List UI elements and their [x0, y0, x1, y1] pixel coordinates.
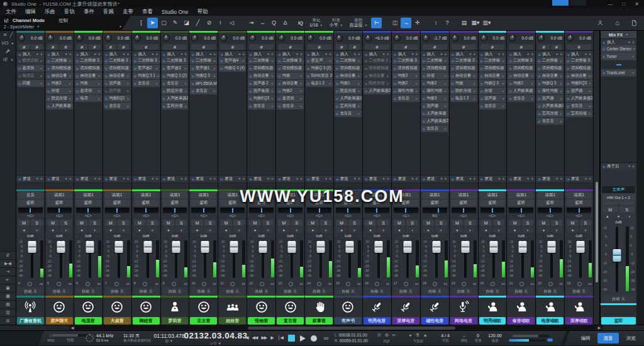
meter-mode-icon[interactable]: ∧∧ [559, 282, 562, 286]
fader-gain-value[interactable]: 0dB [74, 233, 103, 239]
inserts-header[interactable]: ∪插入▼+ [247, 50, 275, 57]
insert-slot[interactable]: ∪防炸压缩▼ [364, 80, 391, 87]
list-icon[interactable]: ☰ [0, 316, 16, 325]
headphone-icon[interactable] [230, 282, 235, 286]
gain-knob[interactable] [191, 35, 198, 42]
input-monitor-button[interactable]: ◖ [175, 227, 187, 233]
automation-button[interactable]: 自动关 [393, 287, 419, 295]
power-icon[interactable]: ∪ [18, 74, 21, 78]
sends-header[interactable]: ∪发送▼+ [189, 175, 218, 182]
power-icon[interactable]: ∪ [191, 67, 194, 70]
fader-cap[interactable] [114, 241, 123, 253]
phase-invert-button[interactable]: ø [423, 44, 447, 50]
insert-slot[interactable]: ∪混声备用▼ [248, 87, 275, 94]
power-icon[interactable]: ∪ [538, 112, 540, 116]
inserts-header[interactable]: ∪插入▼+ [450, 50, 478, 57]
performance-meter[interactable]: 性能 [59, 331, 82, 345]
transport-nav-3[interactable]: ▶ [270, 335, 273, 341]
meter-mode-icon[interactable]: ∧∧ [213, 282, 216, 286]
solo-button[interactable]: S [291, 220, 303, 226]
power-icon[interactable]: ∪ [18, 59, 21, 63]
sends-header[interactable]: ∪发送▼+ [565, 175, 593, 182]
channel-name-label[interactable]: 原声聊天 [46, 317, 73, 325]
fader-gain-value[interactable]: 0dB [392, 233, 420, 239]
add-sends-icon[interactable]: + [358, 177, 360, 181]
insert-slot[interactable]: ∪人声效果器2▼ [565, 95, 592, 102]
phase-invert-right-button[interactable]: ø [118, 44, 129, 50]
track-follow-icon[interactable]: ⇥ [246, 18, 257, 28]
add-inserts-icon[interactable]: + [445, 52, 447, 57]
power-icon[interactable]: ∪ [105, 89, 108, 93]
insert-slot[interactable]: ∪防追压缩▼ [335, 87, 362, 94]
fader-gain-value[interactable]: 0dB [421, 233, 449, 239]
meter-mode-icon[interactable]: ∧∧ [530, 282, 533, 286]
power-icon[interactable]: ∪ [163, 74, 165, 78]
cursor-follow-icon[interactable]: → [401, 18, 411, 28]
monitor-button[interactable]: 监听 [306, 199, 332, 206]
sends-header[interactable]: ∪发送▼+ [16, 175, 45, 182]
input-monitor-button[interactable]: ◖ [580, 227, 591, 233]
power-icon[interactable]: ∪ [423, 120, 425, 123]
gain-knob[interactable] [18, 35, 25, 42]
input-monitor-button[interactable]: ◖ [262, 227, 274, 233]
insert-slot[interactable]: ∪宝石压缩▼ [536, 110, 564, 117]
master-fader[interactable]: 1050-5-12-24-36-48 1050-5-12-24-36-48 [601, 225, 636, 294]
insert-slot[interactable]: ∪二次降噪▼ [479, 57, 506, 64]
fader-gain-value[interactable]: 0dB [334, 233, 362, 239]
insert-slot[interactable]: ∪话筒模拟器▼ [335, 65, 362, 72]
meter-mode-icon[interactable]: ∧∧ [68, 282, 71, 286]
insert-slot[interactable]: ∪话筒模拟器▼ [479, 65, 506, 72]
power-icon[interactable]: ∪ [47, 59, 50, 63]
insert-slot[interactable]: ∪均衡▼ [277, 72, 304, 79]
phase-invert-left-button[interactable]: ø [538, 44, 549, 50]
io-toggle[interactable]: I/O▼ [0, 39, 16, 47]
sync-icon-1[interactable]: ⚙ [385, 333, 389, 338]
menu-item-编辑[interactable]: 编辑 [25, 8, 36, 16]
power-icon[interactable]: ∪ [394, 67, 396, 70]
fader-cap[interactable] [259, 241, 267, 253]
scrollbar-thumb[interactable] [248, 326, 455, 330]
wrench-icon[interactable] [0, 47, 16, 55]
scrollbar-track[interactable] [76, 326, 596, 330]
insert-slot[interactable]: ∪闪避▼ [17, 80, 44, 87]
insert-slot[interactable]: ∪自动音量▼ [248, 72, 275, 79]
mute-button[interactable]: M [336, 220, 347, 226]
edit-view-button[interactable]: 编辑 [575, 333, 596, 343]
insert-slot[interactable]: ∪人声效果器2▼ [421, 118, 448, 125]
headphone-icon[interactable] [143, 282, 147, 286]
power-icon[interactable]: ∪ [191, 59, 194, 63]
bend-tool[interactable]: ≀ [215, 18, 226, 28]
phase-invert-button[interactable]: ø [163, 44, 187, 50]
power-icon[interactable]: ∪ [249, 74, 252, 78]
fader-gain-value[interactable]: 0dB [507, 233, 535, 239]
monitor-button[interactable]: 监听 [47, 199, 72, 206]
fader-cap[interactable] [288, 241, 296, 253]
record-arm-button[interactable]: ● [480, 227, 492, 233]
insert-slot[interactable]: ∪二次降噪▼ [248, 57, 275, 64]
pan-slider[interactable] [336, 208, 360, 213]
fader-gain-value[interactable]: 0dB [16, 233, 45, 239]
phase-invert-right-button[interactable]: ø [551, 44, 562, 50]
master-fader-cap[interactable] [613, 249, 621, 262]
power-icon[interactable]: ∪ [509, 59, 511, 63]
power-icon[interactable]: ∪ [76, 82, 79, 86]
fader-track[interactable] [457, 239, 474, 281]
sends-header[interactable]: ∪发送▼+ [218, 175, 247, 182]
channel-name-label[interactable]: 鼓掌音 [306, 317, 333, 325]
input-monitor-button[interactable]: ◖ [435, 227, 447, 233]
pan-slider[interactable] [394, 208, 418, 213]
input-monitor-button[interactable]: ◖ [320, 227, 331, 233]
insert-slot[interactable]: ∪二次降噪▼ [536, 57, 564, 64]
meter-mode-icon[interactable]: ∧∧ [357, 282, 360, 286]
mute-button[interactable]: M [47, 220, 58, 226]
phase-invert-right-button[interactable]: ø [60, 44, 71, 50]
power-icon[interactable]: ∪ [134, 67, 136, 70]
metronome-icon-2[interactable]: ▲ [423, 333, 428, 338]
gain-knob[interactable] [365, 35, 372, 42]
grid-icon[interactable]: ▦ ▾ [470, 18, 480, 28]
meter-mode-icon[interactable]: ∧∧ [184, 282, 187, 286]
power-icon[interactable]: ∪ [105, 82, 108, 86]
add-inserts-icon[interactable]: + [502, 52, 504, 57]
scroll-right-arrow[interactable]: ▶ [596, 326, 602, 330]
monitor-button[interactable]: 监听 [566, 199, 592, 206]
